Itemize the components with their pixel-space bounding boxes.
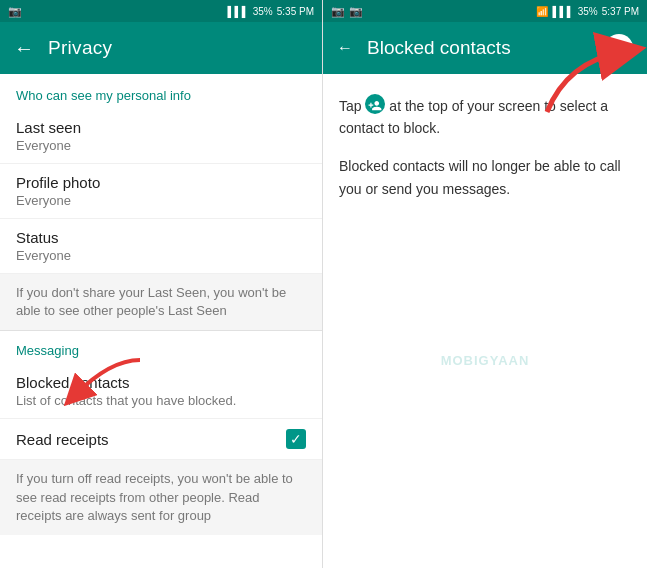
messaging-heading: Messaging (0, 331, 322, 364)
read-receipts-info-box: If you turn off read receipts, you won't… (0, 460, 322, 535)
right-instruction-2: Blocked contacts will no longer be able … (339, 155, 631, 200)
left-panel: 📷 ▌▌▌ 35% 5:35 PM ← Privacy Who can see … (0, 0, 323, 568)
last-seen-subtitle: Everyone (16, 138, 306, 153)
left-status-icons: ▌▌▌ 35% 5:35 PM (227, 6, 314, 17)
profile-photo-title: Profile photo (16, 174, 306, 191)
right-header: ← Blocked contacts (323, 22, 647, 74)
left-battery-text: 35% (253, 6, 273, 17)
blocked-contacts-subtitle: List of contacts that you have blocked. (16, 393, 306, 408)
add-icon-inline (365, 94, 385, 114)
left-page-title: Privacy (48, 37, 112, 59)
read-receipts-item[interactable]: Read receipts ✓ (0, 419, 322, 460)
right-panel: 📷 📷 📶 ▌▌▌ 35% 5:37 PM ← Blocked contacts… (323, 0, 647, 568)
last-seen-info-box: If you don't share your Last Seen, you w… (0, 274, 322, 331)
right-time: 5:37 PM (602, 6, 639, 17)
status-subtitle: Everyone (16, 248, 306, 263)
right-wifi-icon: 📶 (536, 6, 548, 17)
right-instruction-1: Tap at the top of your screen to select … (339, 94, 631, 139)
last-seen-item[interactable]: Last seen Everyone (0, 109, 322, 164)
status-title: Status (16, 229, 306, 246)
blocked-contacts-item[interactable]: Blocked contacts List of contacts that y… (0, 364, 322, 419)
left-time: 5:35 PM (277, 6, 314, 17)
who-can-see-heading: Who can see my personal info (0, 74, 322, 109)
blocked-contacts-title: Blocked contacts (16, 374, 306, 391)
right-back-button[interactable]: ← (337, 39, 353, 57)
status-item[interactable]: Status Everyone (0, 219, 322, 274)
left-header: ← Privacy (0, 22, 322, 74)
read-receipts-checkbox[interactable]: ✓ (286, 429, 306, 449)
status-bar-left: 📷 ▌▌▌ 35% 5:35 PM (0, 0, 322, 22)
right-status-icons-right: 📶 ▌▌▌ 35% 5:37 PM (536, 6, 639, 17)
right-screenshot-icon: 📷 (349, 5, 363, 18)
right-camera-icon: 📷 (331, 5, 345, 18)
right-content: Tap at the top of your screen to select … (323, 74, 647, 568)
read-receipts-title: Read receipts (16, 431, 109, 448)
right-battery-text: 35% (578, 6, 598, 17)
add-contact-button[interactable] (605, 34, 633, 62)
last-seen-title: Last seen (16, 119, 306, 136)
left-content: Who can see my personal info Last seen E… (0, 74, 322, 568)
tap-text: Tap (339, 98, 365, 114)
status-bar-right: 📷 📷 📶 ▌▌▌ 35% 5:37 PM (323, 0, 647, 22)
right-signal-icon: ▌▌▌ (552, 6, 573, 17)
left-status-app-icon: 📷 (8, 5, 22, 18)
left-signal-icon: ▌▌▌ (227, 6, 248, 17)
right-status-icons-left: 📷 📷 (331, 5, 363, 18)
watermark: MOBIGYAAN (441, 353, 530, 368)
left-back-button[interactable]: ← (14, 37, 34, 60)
profile-photo-subtitle: Everyone (16, 193, 306, 208)
right-page-title: Blocked contacts (367, 37, 511, 59)
right-header-left: ← Blocked contacts (337, 37, 511, 59)
profile-photo-item[interactable]: Profile photo Everyone (0, 164, 322, 219)
